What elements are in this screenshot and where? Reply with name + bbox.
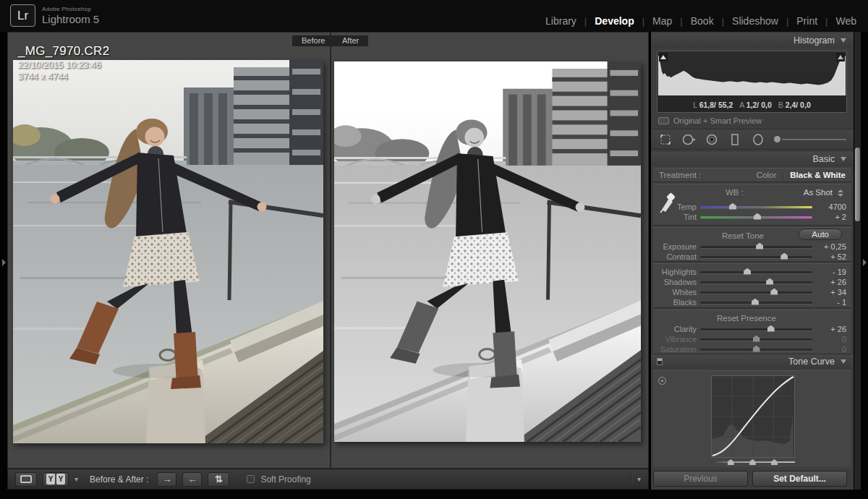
loupe-view-button[interactable] [15,472,37,487]
tint-value[interactable]: + 2 [816,213,846,221]
highlight-clipping-indicator[interactable] [836,53,845,61]
saturation-slider-handle[interactable] [753,346,760,352]
highlights-slider[interactable] [700,271,812,273]
graduated-filter-tool-icon[interactable] [728,132,742,147]
module-map[interactable]: Map [652,15,672,27]
shadow-clipping-indicator[interactable] [659,53,668,61]
highlights-label: Highlights [653,268,697,276]
module-separator: | [722,16,724,27]
filmstrip-collapsed[interactable] [0,490,868,499]
temp-slider-handle[interactable] [729,203,736,210]
before-after-view-button[interactable]: Y Y [43,472,69,487]
highlights-slider-handle[interactable] [744,268,751,275]
treatment-row: Treatment : Color | Black & White [653,168,851,182]
before-photo[interactable]: _MG_7970.CR2 22/10/2015 10:23:46 3744 x … [13,60,323,443]
left-panel-expand[interactable] [0,32,7,490]
crop-tool-icon[interactable] [658,132,673,147]
module-library[interactable]: Library [545,15,576,27]
before-after-y-icon: Y [46,474,55,485]
spot-removal-tool-icon[interactable] [681,132,696,147]
soft-proofing-checkbox[interactable] [247,475,255,483]
shadows-slider-handle[interactable] [766,278,773,285]
module-separator: | [584,16,587,27]
module-web[interactable]: Web [835,15,856,27]
module-slideshow[interactable]: Slideshow [732,15,778,27]
whites-slider-handle[interactable] [770,289,778,295]
clarity-slider[interactable] [700,328,812,330]
set-default-button[interactable]: Set Default... [752,471,847,487]
midtones-split-handle[interactable] [749,459,756,465]
reset-presence-button[interactable]: Reset Presence [717,314,776,323]
wb-preset-select[interactable]: As Shot [804,188,833,197]
adjustment-brush-tool[interactable] [774,136,846,142]
shadows-slider-row: Shadows + 26 [653,277,851,287]
target-adjustment-icon[interactable] [658,377,666,385]
toolbar-options-caret-icon[interactable]: ▾ [637,476,641,483]
blacks-label: Blacks [653,298,697,307]
right-panel-collapse[interactable] [861,32,868,490]
tint-slider[interactable] [700,216,812,218]
treatment-color-option[interactable]: Color [757,171,776,179]
after-photo[interactable] [334,61,641,442]
clarity-slider-handle[interactable] [767,325,775,332]
panel-scrollbar[interactable] [854,32,861,490]
panel-scrollbar-thumb[interactable] [855,148,860,221]
vibrance-value[interactable]: 0 [816,335,846,344]
histogram-panel-header[interactable]: Histogram [651,33,854,48]
exposure-value[interactable]: + 0,25 [816,242,846,251]
shadows-value[interactable]: + 26 [816,278,846,286]
tone-group: Reset Tone Auto Exposure + 0,25 Contrast… [653,227,851,262]
contrast-slider[interactable] [700,256,812,258]
swap-before-after-button[interactable]: ⇅ [208,472,229,487]
whites-slider[interactable] [700,291,812,294]
temp-slider[interactable] [700,206,812,208]
radial-filter-tool-icon[interactable] [751,132,765,147]
reset-tone-button[interactable]: Reset Tone [722,231,764,240]
histogram[interactable]: L 61,8/ 55,2 A 1,2/ 0,0 B 2,4/ 0,0 [657,51,847,113]
saturation-slider[interactable] [700,349,812,351]
exposure-slider[interactable] [700,246,812,248]
highlights-value[interactable]: - 19 [816,268,846,276]
shadows-slider[interactable] [700,281,812,283]
contrast-slider-handle[interactable] [780,253,788,260]
pane-divider [330,33,331,468]
panel-switch-icon[interactable] [657,358,663,365]
after-pane-label: After [333,35,368,46]
module-print[interactable]: Print [796,15,817,27]
temp-value[interactable]: 4700 [816,202,846,211]
exposure-slider-handle[interactable] [756,243,763,250]
red-eye-tool-icon[interactable] [705,132,719,147]
module-separator: | [825,16,827,27]
panel-button-row: Previous Set Default... [653,471,847,487]
wb-label: WB : [726,188,744,197]
vibrance-slider[interactable] [700,338,812,341]
module-book[interactable]: Book [691,15,714,27]
basic-panel-header[interactable]: Basic [651,152,854,166]
blacks-slider-handle[interactable] [752,299,759,305]
before-after-label: Before & After : [90,474,148,485]
left-panel-arrow-icon [2,259,6,266]
tone-curve-graph[interactable] [711,375,795,458]
arrow-left-icon: ← [187,474,197,485]
tint-slider-handle[interactable] [754,213,761,220]
highlights-split-handle[interactable] [771,459,778,465]
tone-detail-group: Highlights - 19 Shadows + 26 Whites + 34 [653,263,851,308]
auto-tone-button[interactable]: Auto [799,229,842,240]
view-mode-caret-icon[interactable]: ▾ [75,476,78,483]
module-develop[interactable]: Develop [595,15,634,27]
previous-button[interactable]: Previous [653,471,748,487]
soft-proofing-label[interactable]: Soft Proofing [260,474,310,485]
saturation-value[interactable]: 0 [816,345,846,354]
shadows-split-handle[interactable] [728,459,734,465]
clarity-value[interactable]: + 26 [816,325,846,333]
tone-curve-panel-header[interactable]: Tone Curve [651,354,854,369]
vibrance-slider-handle[interactable] [753,336,760,342]
treatment-bw-option[interactable]: Black & White [790,171,846,179]
whites-value[interactable]: + 34 [816,288,846,297]
copy-after-to-before-button[interactable]: ← [182,472,202,487]
shadow-clipping-icon [660,55,666,59]
blacks-slider[interactable] [700,302,812,304]
contrast-value[interactable]: + 52 [816,252,846,261]
copy-before-to-after-button[interactable]: → [157,472,176,487]
blacks-value[interactable]: - 1 [816,298,846,307]
